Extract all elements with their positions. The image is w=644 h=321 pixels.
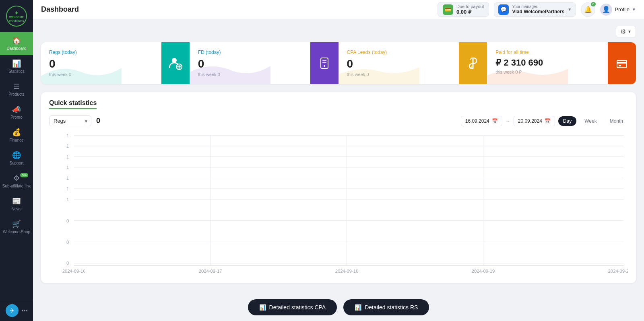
sidebar-label-products: Products [8, 92, 24, 97]
stat-card-cpa: CPA Leads (today) 0 this week 0 [339, 42, 488, 84]
main-content: ⚙ ▼ Regs (today) 0 this week 0 [33, 19, 644, 294]
products-icon: ☰ [13, 82, 20, 91]
manager-info: Your manager: Vlad WelcomePartners [512, 4, 564, 14]
more-options-icon[interactable]: ••• [22, 307, 28, 314]
manager-widget[interactable]: 💬 Your manager: Vlad WelcomePartners ▼ [494, 2, 576, 17]
sub-affiliate-icon: ⚙ [13, 174, 20, 183]
sidebar-item-statistics[interactable]: 📊 Statistics [0, 55, 33, 78]
period-day-button[interactable]: Day [558, 116, 576, 126]
svg-rect-9 [617, 62, 627, 64]
page-title: Dashboard [41, 5, 433, 14]
cpa-stats-icon: 📊 [259, 304, 266, 311]
sidebar-logo: ♦ WELCOMEPARTNERS [0, 0, 33, 32]
payout-info: Due to payout 0.00 ₽ [456, 4, 484, 15]
metric-select[interactable]: Regs FD CPA Leads [49, 115, 91, 126]
chart-controls: Regs FD CPA Leads ▼ 0 16.09.2024 📅 → 20.… [49, 115, 628, 126]
svg-text:1: 1 [66, 176, 69, 181]
sidebar-label-finance: Finance [9, 138, 24, 143]
chevron-down-icon: ▼ [568, 7, 572, 12]
svg-text:0: 0 [66, 261, 69, 265]
manager-name: Vlad WelcomePartners [512, 9, 564, 14]
sidebar: ♦ WELCOMEPARTNERS 🏠 Dashboard 📊 Statisti… [0, 0, 33, 321]
stats-cards: Regs (today) 0 this week 0 [41, 42, 636, 84]
svg-point-5 [324, 65, 325, 67]
sidebar-item-news[interactable]: 📰 News [0, 193, 33, 216]
svg-text:2024-09-16: 2024-09-16 [62, 268, 86, 273]
svg-text:0: 0 [66, 218, 69, 223]
sidebar-label-statistics: Statistics [8, 69, 25, 74]
stat-card-fd: FD (today) 0 this week 0 [190, 42, 339, 84]
topbar: Dashboard 💳 Due to payout 0.00 ₽ 💬 Your … [33, 0, 644, 19]
sub-affiliate-badge: 5% [20, 173, 28, 177]
chart-current-value: 0 [96, 117, 100, 125]
support-icon: 🌐 [12, 151, 21, 160]
sidebar-label-dashboard: Dashboard [7, 46, 27, 51]
stat-card-regs: Regs (today) 0 this week 0 [41, 42, 190, 84]
payout-value: 0.00 ₽ [456, 9, 484, 15]
svg-text:1: 1 [66, 186, 69, 191]
sidebar-label-news: News [11, 207, 21, 212]
profile-button[interactable]: 👤 Profile ▼ [600, 4, 636, 16]
svg-text:1: 1 [66, 197, 69, 202]
svg-rect-4 [321, 58, 328, 68]
telegram-button[interactable]: ✈ [6, 304, 19, 317]
sidebar-item-support[interactable]: 🌐 Support [0, 147, 33, 170]
calendar-icon: 📅 [492, 118, 498, 124]
metric-select-wrapper[interactable]: Regs FD CPA Leads ▼ [49, 115, 91, 126]
main-area: Dashboard 💳 Due to payout 0.00 ₽ 💬 Your … [33, 0, 644, 321]
svg-text:2024-09-20: 2024-09-20 [608, 268, 628, 273]
stat-icon-cpa [459, 42, 487, 84]
svg-text:1: 1 [66, 154, 69, 159]
svg-text:1: 1 [66, 144, 69, 148]
date-from-value: 16.09.2024 [465, 118, 489, 124]
logo-diamond-icon: ♦ [15, 9, 18, 16]
sidebar-item-finance[interactable]: 💰 Finance [0, 124, 33, 147]
section-title: Quick statistics [49, 99, 97, 109]
manager-icon: 💬 [498, 4, 509, 15]
payout-widget: 💳 Due to payout 0.00 ₽ [438, 2, 489, 17]
sidebar-item-dashboard[interactable]: 🏠 Dashboard [0, 32, 33, 55]
shop-icon: 🛒 [12, 220, 21, 228]
news-icon: 📰 [12, 197, 21, 206]
gear-icon: ⚙ [620, 28, 626, 35]
sidebar-item-welcome-shop[interactable]: 🛒 Welcome-Shop [0, 216, 33, 239]
chart-area: 1 1 1 1 1 1 1 0 0 0 [49, 131, 628, 276]
statistics-icon: 📊 [12, 59, 21, 68]
calendar-to-icon: 📅 [545, 118, 551, 124]
notifications-badge: 0 [591, 2, 596, 6]
stat-icon-regs [161, 42, 190, 84]
gear-arrow-icon: ▼ [627, 29, 632, 34]
logo-circle: ♦ WELCOMEPARTNERS [6, 6, 27, 27]
notifications-button[interactable]: 🔔 0 [581, 2, 595, 17]
sidebar-label-sub-affiliate: Sub-affiliate link [2, 184, 31, 189]
profile-avatar: 👤 [600, 4, 612, 16]
promo-icon: 📣 [12, 105, 21, 114]
payout-label: Due to payout [456, 4, 484, 9]
sidebar-item-promo[interactable]: 📣 Promo [0, 101, 33, 124]
date-from-input[interactable]: 16.09.2024 📅 [461, 116, 502, 126]
sidebar-item-sub-affiliate[interactable]: 5% ⚙ Sub-affiliate link [0, 170, 33, 193]
date-range-arrow: → [506, 118, 510, 124]
svg-rect-8 [617, 60, 627, 68]
stat-icon-fd [310, 42, 339, 84]
period-week-button[interactable]: Week [580, 116, 601, 126]
logo-text: WELCOMEPARTNERS [9, 16, 24, 23]
stat-card-paid: Paid for all time ₽ 2 310 690 this week … [487, 42, 636, 84]
sidebar-item-products[interactable]: ☰ Products [0, 78, 33, 101]
sidebar-label-promo: Promo [10, 115, 22, 120]
rs-stats-label: Detailed statistics RS [365, 304, 418, 311]
sidebar-bottom: ✈ ••• [0, 300, 33, 321]
chart-svg: 1 1 1 1 1 1 1 0 0 0 [49, 131, 628, 276]
sidebar-label-support: Support [9, 161, 23, 166]
svg-text:1: 1 [66, 133, 69, 138]
detailed-stats-rs-button[interactable]: 📊 Detailed statistics RS [343, 299, 429, 315]
settings-button[interactable]: ⚙ ▼ [616, 26, 636, 37]
bottom-buttons: 📊 Detailed statistics CPA 📊 Detailed sta… [33, 294, 644, 321]
date-to-input[interactable]: 20.09.2024 📅 [514, 116, 555, 126]
detailed-stats-cpa-button[interactable]: 📊 Detailed statistics CPA [248, 299, 337, 315]
manager-label: Your manager: [512, 4, 564, 9]
profile-label: Profile [615, 6, 630, 12]
period-month-button[interactable]: Month [605, 116, 628, 126]
payout-icon: 💳 [443, 4, 453, 15]
svg-text:0: 0 [66, 239, 69, 244]
